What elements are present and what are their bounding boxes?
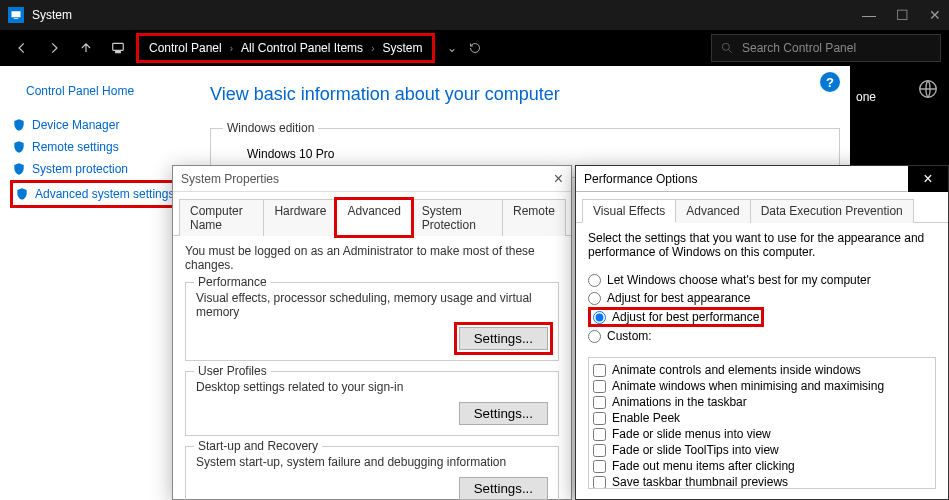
- page-title: View basic information about your comput…: [210, 84, 840, 105]
- sidebar-item-label: Device Manager: [32, 118, 119, 132]
- sidebar-item-label: Remote settings: [32, 140, 119, 154]
- check-item[interactable]: Fade or slide ToolTips into view: [593, 442, 931, 458]
- minimize-button[interactable]: —: [862, 7, 876, 23]
- shield-icon: [12, 162, 26, 176]
- tab-advanced[interactable]: Advanced: [336, 199, 411, 236]
- check-label: Animate windows when minimising and maxi…: [612, 379, 884, 393]
- check-item[interactable]: Enable Peek: [593, 410, 931, 426]
- group-legend: Performance: [194, 275, 271, 289]
- breadcrumb-item[interactable]: System: [382, 41, 422, 55]
- tab-hardware[interactable]: Hardware: [263, 199, 337, 236]
- check-item[interactable]: Animate controls and elements inside win…: [593, 362, 931, 378]
- search-input[interactable]: Search Control Panel: [711, 34, 941, 62]
- check-label: Enable Peek: [612, 411, 680, 425]
- dialog-titlebar: System Properties ×: [173, 166, 571, 192]
- breadcrumb-item[interactable]: All Control Panel Items: [241, 41, 363, 55]
- radio-best-performance[interactable]: Adjust for best performance: [588, 307, 764, 327]
- svg-rect-3: [116, 52, 121, 53]
- tab-advanced[interactable]: Advanced: [675, 199, 750, 223]
- startup-recovery-group: Start-up and Recovery System start-up, s…: [185, 446, 559, 500]
- shield-icon: [12, 140, 26, 154]
- dialog-title: System Properties: [181, 172, 279, 186]
- svg-rect-0: [12, 11, 21, 17]
- check-label: Animations in the taskbar: [612, 395, 747, 409]
- radio-label: Let Windows choose what's best for my co…: [607, 273, 871, 287]
- breadcrumb[interactable]: Control Panel › All Control Panel Items …: [136, 33, 435, 63]
- search-placeholder: Search Control Panel: [742, 41, 856, 55]
- window-titlebar: System — ☐ ✕: [0, 0, 949, 30]
- shield-icon: [12, 118, 26, 132]
- check-item[interactable]: Fade or slide menus into view: [593, 426, 931, 442]
- sidebar-item-device-manager[interactable]: Device Manager: [10, 114, 185, 136]
- admin-note: You must be logged on as an Administrato…: [185, 244, 559, 272]
- forward-button[interactable]: [40, 34, 68, 62]
- back-button[interactable]: [8, 34, 36, 62]
- startup-recovery-desc: System start-up, system failure and debu…: [196, 455, 548, 469]
- svg-point-4: [722, 43, 729, 50]
- radio-label: Adjust for best performance: [612, 310, 759, 324]
- tab-remote[interactable]: Remote: [502, 199, 566, 236]
- sidebar-item-label: System protection: [32, 162, 128, 176]
- sidebar-item-remote-settings[interactable]: Remote settings: [10, 136, 185, 158]
- check-item[interactable]: Animate windows when minimising and maxi…: [593, 378, 931, 394]
- user-profiles-desc: Desktop settings related to your sign-in: [196, 380, 548, 394]
- windows-edition-value: Windows 10 Pro: [223, 143, 827, 165]
- visual-effects-checklist[interactable]: Animate controls and elements inside win…: [588, 357, 936, 489]
- performance-settings-button[interactable]: Settings...: [459, 327, 548, 350]
- tab-computer-name[interactable]: Computer Name: [179, 199, 264, 236]
- search-icon: [720, 41, 734, 55]
- check-label: Fade out menu items after clicking: [612, 459, 795, 473]
- radio-best-appearance[interactable]: Adjust for best appearance: [588, 289, 936, 307]
- radio-custom[interactable]: Custom:: [588, 327, 936, 345]
- chevron-right-icon: ›: [230, 43, 233, 54]
- startup-recovery-settings-button[interactable]: Settings...: [459, 477, 548, 500]
- chevron-down-icon[interactable]: ⌄: [447, 41, 457, 55]
- check-label: Save taskbar thumbnail previews: [612, 475, 788, 489]
- computer-icon[interactable]: [104, 34, 132, 62]
- close-icon[interactable]: ×: [908, 166, 948, 192]
- user-profiles-group: User Profiles Desktop settings related t…: [185, 371, 559, 436]
- radio-group: Let Windows choose what's best for my co…: [576, 263, 948, 353]
- svg-rect-1: [14, 18, 19, 19]
- check-label: Animate controls and elements inside win…: [612, 363, 861, 377]
- sidebar: Control Panel Home Device Manager Remote…: [10, 84, 185, 208]
- radio-let-windows-choose[interactable]: Let Windows choose what's best for my co…: [588, 271, 936, 289]
- system-properties-dialog: System Properties × Computer Name Hardwa…: [172, 165, 572, 500]
- check-item[interactable]: Save taskbar thumbnail previews: [593, 474, 931, 489]
- globe-icon[interactable]: [917, 78, 939, 100]
- windows-edition-legend: Windows edition: [223, 121, 318, 135]
- breadcrumb-item[interactable]: Control Panel: [149, 41, 222, 55]
- navbar: Control Panel › All Control Panel Items …: [0, 30, 949, 66]
- sidebar-item-system-protection[interactable]: System protection: [10, 158, 185, 180]
- performance-desc: Visual effects, processor scheduling, me…: [196, 291, 548, 319]
- user-profiles-settings-button[interactable]: Settings...: [459, 402, 548, 425]
- performance-group: Performance Visual effects, processor sc…: [185, 282, 559, 361]
- tab-dep[interactable]: Data Execution Prevention: [750, 199, 914, 223]
- tabs: Visual Effects Advanced Data Execution P…: [576, 192, 948, 223]
- refresh-icon[interactable]: [469, 42, 481, 54]
- up-button[interactable]: [72, 34, 100, 62]
- radio-label: Custom:: [607, 329, 652, 343]
- performance-options-dialog: Performance Options × Visual Effects Adv…: [575, 165, 949, 500]
- check-item[interactable]: Fade out menu items after clicking: [593, 458, 931, 474]
- maximize-button[interactable]: ☐: [896, 7, 909, 23]
- tab-system-protection[interactable]: System Protection: [411, 199, 503, 236]
- close-icon[interactable]: ×: [554, 170, 563, 188]
- check-item[interactable]: Animations in the taskbar: [593, 394, 931, 410]
- control-panel-home-link[interactable]: Control Panel Home: [10, 84, 185, 98]
- group-legend: Start-up and Recovery: [194, 439, 322, 453]
- close-button[interactable]: ✕: [929, 7, 941, 23]
- sidebar-item-advanced-system-settings[interactable]: Advanced system settings: [10, 180, 185, 208]
- group-legend: User Profiles: [194, 364, 271, 378]
- dialog-titlebar: Performance Options ×: [576, 166, 948, 192]
- content-area: View basic information about your comput…: [210, 84, 840, 178]
- window-title: System: [32, 8, 72, 22]
- check-label: Fade or slide ToolTips into view: [612, 443, 779, 457]
- shield-icon: [15, 187, 29, 201]
- sidebar-item-label: Advanced system settings: [35, 187, 174, 201]
- dialog-body: You must be logged on as an Administrato…: [173, 236, 571, 500]
- chevron-right-icon: ›: [371, 43, 374, 54]
- tab-visual-effects[interactable]: Visual Effects: [582, 199, 676, 223]
- system-icon: [8, 7, 24, 23]
- intro-text: Select the settings that you want to use…: [576, 223, 948, 263]
